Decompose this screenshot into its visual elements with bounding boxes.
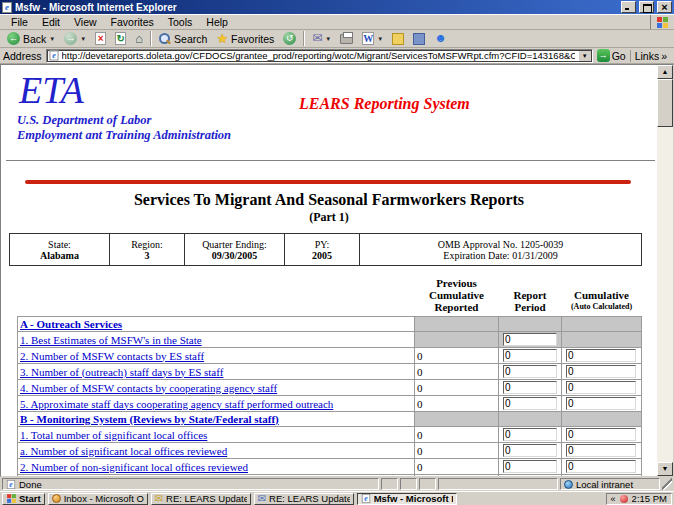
report-period-cell: [499, 459, 562, 475]
row-link[interactable]: 2. Number of MSFW contacts by ES staff: [20, 350, 204, 362]
back-button[interactable]: ← Back ▼: [3, 30, 59, 47]
scrollbar-thumb[interactable]: [657, 79, 673, 127]
search-button[interactable]: Search: [155, 30, 211, 47]
menu-help[interactable]: Help: [199, 15, 235, 29]
go-button[interactable]: → Go: [597, 49, 626, 62]
taskbar-task-button[interactable]: ✉RE: LEARS Updates - Me...: [254, 493, 354, 505]
favorites-star-icon: ★: [216, 32, 228, 45]
taskbar-task-button[interactable]: eMsfw - Microsoft Inte...: [357, 493, 457, 505]
prev-cumulative-cell: 0: [415, 443, 499, 459]
py-value: 2005: [287, 250, 357, 261]
back-icon: ←: [7, 32, 20, 45]
print-button[interactable]: [336, 30, 357, 47]
cumulative-input[interactable]: [566, 444, 636, 457]
close-button[interactable]: [657, 1, 672, 13]
row-link[interactable]: 4. Number of MSFW contacts by cooperatin…: [20, 382, 277, 394]
section-link[interactable]: B - Monitoring System (Reviews by State/…: [20, 413, 279, 425]
cumulative-input[interactable]: [566, 397, 636, 410]
scroll-down-icon[interactable]: ▼: [657, 462, 673, 476]
report-period-input[interactable]: [503, 381, 557, 394]
restore-button[interactable]: [639, 1, 654, 13]
menu-edit[interactable]: Edit: [35, 15, 67, 29]
report-period-input[interactable]: [503, 428, 557, 441]
report-period-input[interactable]: [503, 460, 557, 473]
cumulative-cell: [562, 332, 642, 348]
taskbar-task-button[interactable]: Inbox - Microsoft Outlook: [48, 493, 148, 505]
zone-label: Local intranet: [576, 479, 633, 490]
research-button[interactable]: [409, 30, 429, 47]
prev-cumulative-cell: 0: [415, 364, 499, 380]
history-icon: ↺: [283, 32, 296, 45]
taskbar-task-button[interactable]: ✉RE: LEARS Updates - Me...: [151, 493, 251, 505]
cumulative-input[interactable]: [566, 381, 636, 394]
mail-button[interactable]: ✉ ▼: [308, 30, 335, 47]
address-dropdown-icon[interactable]: ▼: [578, 50, 592, 62]
red-divider: [25, 180, 631, 184]
prev-cumulative-cell: 0: [415, 427, 499, 443]
resize-grip[interactable]: [662, 478, 672, 490]
stop-button[interactable]: ×: [91, 30, 110, 47]
menu-favorites[interactable]: Favorites: [104, 15, 161, 29]
cumulative-input[interactable]: [566, 349, 636, 362]
ie-window-icon: e: [2, 2, 12, 13]
home-button[interactable]: ⌂: [131, 30, 147, 47]
edit-dropdown-icon[interactable]: ▼: [377, 36, 383, 42]
region-label: Region:: [112, 239, 182, 250]
menu-tools[interactable]: Tools: [161, 15, 200, 29]
mail-dropdown-icon[interactable]: ▼: [325, 36, 331, 42]
cumulative-input[interactable]: [566, 460, 636, 473]
row-link[interactable]: 2. Number of non-significant local offic…: [20, 461, 248, 473]
report-period-input[interactable]: [503, 365, 557, 378]
edit-with-word-button[interactable]: W ▼: [358, 30, 387, 47]
menu-view[interactable]: View: [67, 15, 104, 29]
row-link[interactable]: 1. Best Estimates of MSFW's in the State: [20, 334, 202, 346]
refresh-button[interactable]: ↻: [111, 30, 130, 47]
cumulative-cell: [562, 380, 642, 396]
report-period-input[interactable]: [503, 444, 557, 457]
system-tray: « 2:15 PM: [606, 493, 672, 505]
back-dropdown-icon[interactable]: ▼: [49, 36, 55, 42]
row-link[interactable]: a. Number of significant local offices r…: [20, 445, 227, 457]
vertical-scrollbar[interactable]: ▲ ▼: [657, 65, 673, 476]
cumulative-cell: [562, 317, 642, 332]
mail-icon: ✉: [312, 32, 322, 45]
forward-dropdown-icon[interactable]: ▼: [80, 36, 86, 42]
task-label: Inbox - Microsoft Outlook: [64, 493, 144, 504]
start-button[interactable]: Start: [2, 493, 45, 505]
page: ETA U.S. Department of Labor Employment …: [1, 65, 657, 476]
section-label-cell: B - Monitoring System (Reviews by State/…: [18, 412, 415, 427]
report-period-input[interactable]: [503, 349, 557, 362]
tray-chevron-icon[interactable]: «: [611, 494, 616, 504]
section-label-cell: A - Outreach Services: [18, 317, 415, 332]
report-period-input[interactable]: [503, 397, 557, 410]
address-input[interactable]: [62, 50, 575, 62]
report-info-table: State: Alabama Region: 3 Quarter Ending:…: [9, 233, 642, 266]
toolbar-separator: [150, 31, 152, 46]
prev-cumulative-cell: [415, 332, 499, 348]
address-label: Address: [3, 50, 42, 62]
forward-button[interactable]: → ▼: [60, 30, 90, 47]
row-link[interactable]: 3. Number of (outreach) staff days by ES…: [20, 366, 223, 378]
minimize-button[interactable]: [621, 1, 636, 13]
tray-app-icon[interactable]: [620, 495, 628, 503]
favorites-button[interactable]: ★ Favorites: [212, 30, 278, 47]
intranet-zone-icon: [564, 480, 573, 489]
history-button[interactable]: ↺: [279, 30, 300, 47]
row-link[interactable]: 1. Total number of significant local off…: [20, 429, 207, 441]
clock: 2:15 PM: [632, 493, 667, 504]
cumulative-input[interactable]: [566, 365, 636, 378]
status-pane: e Done: [2, 478, 379, 490]
discuss-button[interactable]: [388, 30, 408, 47]
links-button[interactable]: Links »: [630, 50, 671, 62]
section-link[interactable]: A - Outreach Services: [20, 318, 122, 330]
report-period-input[interactable]: [503, 333, 557, 346]
messenger-button[interactable]: ☻: [430, 30, 451, 47]
cumulative-input[interactable]: [566, 428, 636, 441]
menu-file[interactable]: File: [4, 15, 35, 29]
scroll-up-icon[interactable]: ▲: [657, 65, 673, 79]
omb-expiration: Expiration Date: 01/31/2009: [362, 250, 639, 261]
status-pane-small: [419, 478, 436, 490]
report-period-cell: [499, 396, 562, 412]
row-link[interactable]: 5. Approximate staff days cooperating ag…: [20, 398, 333, 410]
cumulative-cell: [562, 427, 642, 443]
